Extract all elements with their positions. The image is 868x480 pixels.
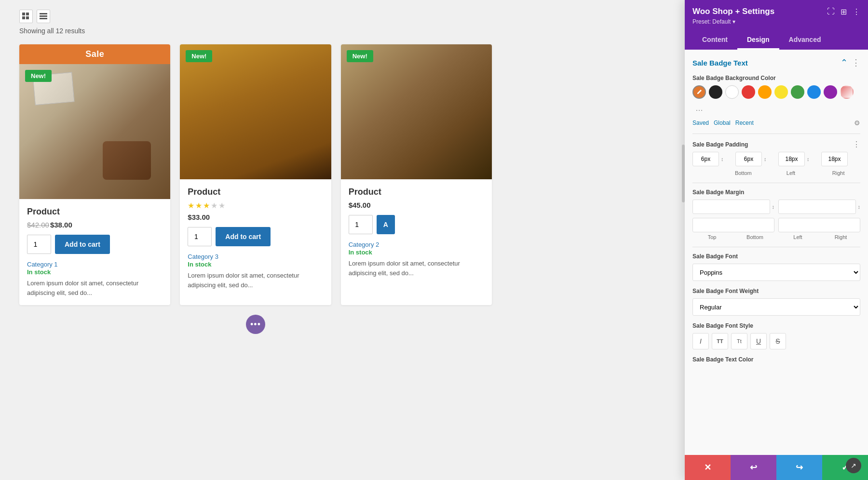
cancel-button[interactable]: ✕ <box>685 455 731 480</box>
uppercase-button[interactable]: TT <box>712 333 728 349</box>
quantity-input[interactable] <box>27 235 51 254</box>
padding-top-input[interactable] <box>692 152 719 166</box>
margin-inputs: ↕ ↕ <box>692 200 860 232</box>
product-actions: Add to cart <box>188 227 323 246</box>
color-swatch[interactable] <box>791 85 804 99</box>
margin-left-group <box>692 218 774 232</box>
product-info: Product $45.00 A Category 2 In stock Lor… <box>341 179 492 285</box>
section-collapse-icon[interactable]: ⌃ <box>841 57 848 68</box>
quantity-input[interactable] <box>188 227 212 246</box>
tab-advanced[interactable]: Advanced <box>779 31 831 50</box>
grid-view-button[interactable] <box>19 10 33 23</box>
margin-left-input[interactable] <box>692 218 774 232</box>
font-weight-select[interactable]: Regular Bold Light <box>692 298 860 316</box>
color-swatch[interactable] <box>758 85 772 99</box>
product-description: Lorem ipsum dolor sit amet, consectetur … <box>188 271 323 290</box>
tab-design[interactable]: Design <box>737 31 779 50</box>
recent-preset[interactable]: Recent <box>735 120 754 126</box>
padding-link-icon[interactable]: ⋮ <box>853 140 860 149</box>
padding-bottom-input[interactable] <box>735 152 762 166</box>
font-select[interactable]: Poppins Arial Roboto <box>692 264 860 281</box>
color-swatch[interactable] <box>807 85 821 99</box>
color-swatch[interactable] <box>709 85 722 99</box>
save-button[interactable]: ✓ <box>822 455 868 480</box>
font-weight-label: Sale Badge Font Weight <box>692 288 860 294</box>
product-category[interactable]: Category 3 <box>188 253 218 260</box>
new-badge: New! <box>347 50 373 62</box>
margin-right-input[interactable] <box>778 218 860 232</box>
add-to-cart-button[interactable]: A <box>377 215 395 234</box>
bg-color-label: Sale Badge Background Color <box>692 75 860 81</box>
product-name: Product <box>27 207 163 217</box>
saved-preset[interactable]: Saved <box>692 120 709 126</box>
more-swatches-button[interactable]: … <box>692 102 706 115</box>
margin-bottom-input[interactable] <box>778 200 856 214</box>
color-swatch[interactable] <box>725 85 739 99</box>
product-card: New! Product ★ ★ ★ ★ ★ $33.00 Add to car… <box>180 44 331 305</box>
sale-price: $38.00 <box>50 221 72 229</box>
color-swatch-gradient[interactable] <box>840 85 854 99</box>
star-rating: ★ ★ ★ ★ ★ <box>188 201 323 210</box>
margin-bottom-label: Bottom <box>735 234 774 240</box>
margin-top-input[interactable] <box>692 200 770 214</box>
settings-panel: Woo Shop + Settings ⛶ ⊞ ⋮ Preset: Defaul… <box>685 0 868 480</box>
padding-labels: Bottom Left Right <box>692 170 860 176</box>
star-empty: ★ <box>218 201 225 210</box>
padding-right-input[interactable] <box>821 152 848 166</box>
link-icon[interactable]: ↕ <box>721 156 724 162</box>
product-name: Product <box>349 187 484 197</box>
section-options-icon[interactable]: ⋮ <box>852 57 860 68</box>
quantity-input[interactable] <box>349 215 373 234</box>
regular-price: $45.00 <box>349 201 371 209</box>
strikethrough-button[interactable]: S <box>770 333 786 349</box>
more-options-button[interactable]: ••• <box>246 315 265 334</box>
color-swatch[interactable] <box>824 85 837 99</box>
undo-button[interactable]: ↩ <box>731 455 776 480</box>
padding-left-input[interactable] <box>778 152 805 166</box>
link-icon[interactable]: ↕ <box>772 204 775 210</box>
italic-button[interactable]: I <box>692 333 709 349</box>
color-settings-icon[interactable]: ⚙ <box>854 119 860 127</box>
fullscreen-icon[interactable]: ⛶ <box>827 7 835 16</box>
add-to-cart-button[interactable]: Add to cart <box>55 235 110 254</box>
text-color-label: Sale Badge Text Color <box>692 356 860 363</box>
margin-left-label: Left <box>778 234 817 240</box>
product-category[interactable]: Category 1 <box>27 261 58 268</box>
link-icon[interactable]: ↕ <box>764 156 767 162</box>
product-stock: In stock <box>349 249 484 256</box>
product-image <box>19 64 170 199</box>
product-price: $33.00 <box>188 213 323 221</box>
font-style-buttons: I TT Tt U S <box>692 333 860 349</box>
link-icon[interactable]: ↕ <box>858 204 861 210</box>
panel-preset[interactable]: Preset: Default ▾ <box>692 18 860 25</box>
color-swatch[interactable] <box>742 85 755 99</box>
global-preset[interactable]: Global <box>714 120 731 126</box>
margin-right-group <box>778 218 860 232</box>
link-icon[interactable]: ↕ <box>807 156 810 162</box>
list-view-button[interactable] <box>37 10 50 23</box>
svg-rect-0 <box>22 13 25 15</box>
redo-button[interactable]: ↪ <box>776 455 822 480</box>
color-swatch[interactable] <box>774 85 788 99</box>
swatch-active[interactable] <box>692 85 706 99</box>
corner-arrow-icon[interactable]: ↗ <box>846 458 861 473</box>
tab-content[interactable]: Content <box>692 31 737 50</box>
margin-top-group: ↕ <box>692 200 774 214</box>
add-to-cart-button[interactable]: Add to cart <box>216 227 271 246</box>
layout-icon[interactable]: ⊞ <box>841 7 847 16</box>
more-icon[interactable]: ⋮ <box>853 7 860 16</box>
product-name: Product <box>188 187 323 197</box>
svg-rect-2 <box>22 16 25 19</box>
product-stock: In stock <box>188 261 323 268</box>
capitalize-button[interactable]: Tt <box>731 333 747 349</box>
sale-banner: Sale <box>19 44 170 64</box>
underline-button[interactable]: U <box>750 333 767 349</box>
padding-field-row: Sale Badge Padding ⋮ <box>692 140 860 149</box>
divider <box>692 247 860 247</box>
color-swatches: … <box>692 85 860 115</box>
divider <box>692 183 860 183</box>
product-description: Lorem ipsum dolor sit amet, consectetur … <box>27 279 163 297</box>
product-category[interactable]: Category 2 <box>349 241 380 248</box>
panel-header-icons: ⛶ ⊞ ⋮ <box>827 7 860 16</box>
svg-rect-5 <box>40 15 47 17</box>
